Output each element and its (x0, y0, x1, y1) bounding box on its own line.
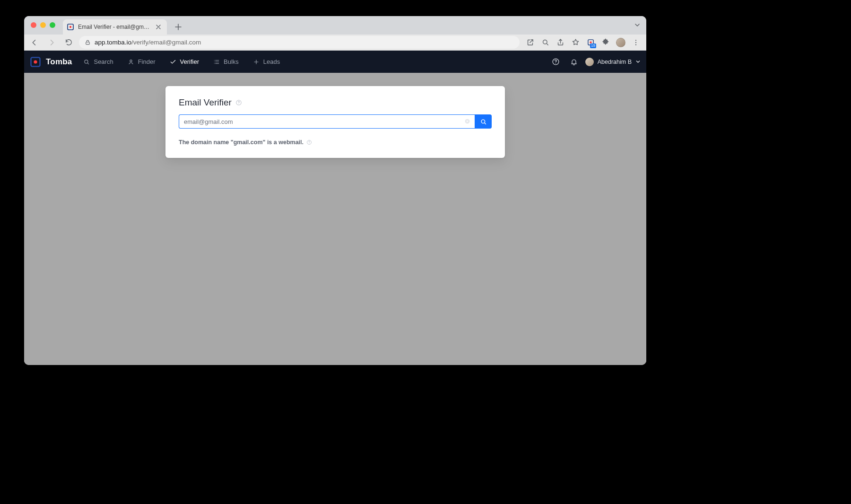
share-icon[interactable] (554, 36, 567, 49)
result-help-icon[interactable] (306, 139, 312, 145)
page-content: Tomba Search Finder Verifier Bulks Leads (24, 51, 646, 365)
lock-icon (85, 39, 91, 45)
browser-toolbar: app.tomba.io/verify/email@gmail.com 15 (24, 35, 646, 51)
window-maximize-button[interactable] (50, 22, 55, 28)
user-avatar (585, 58, 594, 66)
result-row: The domain name "gmail.com" is a webmail… (179, 139, 492, 146)
profile-avatar[interactable] (614, 36, 627, 49)
svg-point-18 (481, 120, 485, 123)
url-path: /verify/email@gmail.com (131, 39, 201, 46)
nav-item-label: Leads (263, 58, 280, 65)
user-name: Abedrahim B (598, 59, 632, 65)
user-menu[interactable]: Abedrahim B (585, 58, 641, 66)
window-minimize-button[interactable] (40, 22, 46, 28)
url-text: app.tomba.io/verify/email@gmail.com (95, 39, 201, 46)
result-text: The domain name "gmail.com" is a webmail… (179, 139, 304, 146)
open-in-new-icon[interactable] (523, 36, 537, 49)
svg-point-5 (590, 41, 591, 43)
app-navbar: Tomba Search Finder Verifier Bulks Leads (24, 51, 646, 73)
browser-menu-icon[interactable] (629, 36, 643, 49)
svg-point-3 (543, 40, 547, 44)
extensions-puzzle-icon[interactable] (599, 36, 612, 49)
bell-icon[interactable] (567, 55, 581, 69)
browser-tab[interactable]: Email Verifier - email@gmail.com (63, 19, 167, 35)
email-input-wrap (179, 114, 475, 129)
list-icon (213, 59, 220, 65)
svg-point-16 (238, 104, 239, 104)
address-bar[interactable]: app.tomba.io/verify/email@gmail.com (79, 36, 520, 49)
svg-point-8 (635, 44, 636, 45)
search-icon (480, 118, 487, 125)
window-close-button[interactable] (31, 22, 36, 28)
nav-item-verifier[interactable]: Verifier (164, 51, 205, 73)
nav-forward-button[interactable] (45, 36, 58, 49)
nav-right: Abedrahim B (549, 55, 641, 69)
nav-item-search[interactable]: Search (78, 51, 119, 73)
help-icon[interactable] (549, 55, 563, 69)
verify-button[interactable] (475, 114, 492, 129)
panel-heading-row: Email Verifier (179, 97, 492, 108)
tab-list-dropdown[interactable] (634, 22, 641, 28)
nav-item-bulks[interactable]: Bulks (208, 51, 244, 73)
svg-rect-2 (86, 42, 90, 44)
person-icon (128, 59, 134, 65)
brand[interactable]: Tomba (30, 56, 72, 68)
toolbar-actions: 15 (523, 36, 643, 49)
search-icon (83, 59, 90, 65)
check-icon (170, 59, 176, 65)
browser-window: Email Verifier - email@gmail.com a (24, 16, 646, 365)
new-tab-button[interactable] (172, 20, 185, 34)
find-in-page-icon[interactable] (538, 36, 552, 49)
tab-favicon (67, 23, 74, 31)
search-row (179, 114, 492, 129)
email-input[interactable] (179, 114, 475, 129)
nav-item-label: Bulks (224, 58, 239, 65)
svg-point-7 (635, 42, 636, 43)
svg-point-1 (69, 26, 71, 28)
brand-name: Tomba (46, 57, 72, 67)
plus-icon (253, 59, 260, 65)
svg-point-11 (85, 60, 88, 63)
nav-item-leads[interactable]: Leads (247, 51, 286, 73)
heading-help-icon[interactable] (235, 99, 242, 106)
bookmark-star-icon[interactable] (569, 36, 582, 49)
svg-point-20 (309, 143, 310, 144)
chevron-down-icon (635, 59, 641, 64)
url-domain: app.tomba.io (95, 39, 131, 46)
extension-tomba-icon[interactable]: 15 (584, 36, 597, 49)
nav-item-label: Search (94, 58, 113, 65)
verifier-panel: Email Verifier (165, 86, 505, 158)
brand-logo-icon (30, 56, 41, 68)
browser-tabbar: Email Verifier - email@gmail.com (24, 16, 646, 35)
tab-close-button[interactable] (155, 23, 162, 31)
clear-input-icon[interactable] (464, 118, 471, 125)
svg-point-6 (635, 40, 636, 41)
svg-point-10 (34, 60, 37, 63)
tab-title: Email Verifier - email@gmail.com (78, 24, 151, 30)
nav-item-label: Verifier (180, 58, 199, 65)
window-controls (31, 22, 55, 28)
svg-point-12 (130, 60, 132, 61)
panel-heading: Email Verifier (179, 97, 232, 108)
main-area: Email Verifier (24, 73, 646, 158)
nav-reload-button[interactable] (62, 36, 75, 49)
svg-point-14 (556, 63, 556, 63)
extension-badge-count: 15 (590, 43, 596, 48)
nav-back-button[interactable] (28, 36, 41, 49)
nav-item-label: Finder (138, 58, 156, 65)
nav-item-finder[interactable]: Finder (122, 51, 161, 73)
